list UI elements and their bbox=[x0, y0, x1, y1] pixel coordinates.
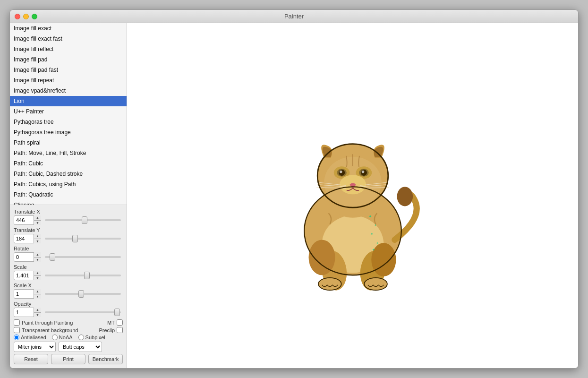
controls-panel: Translate X ▲ ▼ bbox=[10, 205, 127, 368]
transparent-bg-row: Transparent background Preclip bbox=[14, 327, 123, 333]
list-item-image-fill-exact-fast[interactable]: Image fill exact fast bbox=[10, 34, 127, 44]
translate-y-down[interactable]: ▼ bbox=[34, 239, 41, 244]
translate-x-row: ▲ ▼ bbox=[14, 215, 123, 225]
scale-down[interactable]: ▼ bbox=[34, 276, 41, 281]
main-canvas: ✦ ✦ ✦ ✦ ✦ bbox=[127, 23, 578, 368]
list-item-image-vpad-hreflect[interactable]: Image vpad&hreflect bbox=[10, 86, 127, 96]
list-item-image-fill-reflect[interactable]: Image fill reflect bbox=[10, 44, 127, 54]
list-item-pythagoras-tree-image[interactable]: Pythagoras tree image bbox=[10, 127, 127, 137]
close-button[interactable] bbox=[15, 14, 20, 19]
translate-y-track bbox=[45, 238, 121, 240]
rotate-label: Rotate bbox=[14, 246, 123, 251]
svg-point-4 bbox=[308, 240, 335, 275]
paint-through-label: Paint through Painting bbox=[22, 320, 73, 326]
subpixel-radio[interactable] bbox=[78, 335, 84, 340]
rotate-thumb[interactable] bbox=[50, 253, 55, 261]
list-item-path-quadratic[interactable]: Path: Quadratic bbox=[10, 189, 127, 200]
minimize-button[interactable] bbox=[23, 14, 29, 19]
scale-x-down[interactable]: ▼ bbox=[34, 294, 41, 299]
opacity-row: ▲ ▼ bbox=[14, 308, 123, 317]
translate-y-spinbox-wrapper: ▲ ▼ bbox=[14, 234, 41, 243]
reset-button[interactable]: Reset bbox=[14, 354, 48, 364]
translate-y-thumb[interactable] bbox=[72, 235, 78, 242]
benchmark-button[interactable]: Benchmark bbox=[88, 354, 123, 364]
joins-dropdown[interactable]: Miter joins Round joins Bevel joins bbox=[14, 342, 56, 352]
preclip-checkbox[interactable] bbox=[117, 327, 123, 333]
list-item-path-move-line[interactable]: Path: Move, Line, Fill, Stroke bbox=[10, 148, 127, 158]
caps-dropdown[interactable]: Butt caps Round caps Square caps bbox=[59, 342, 102, 352]
list-item-lion[interactable]: Lion bbox=[10, 96, 127, 106]
scale-thumb[interactable] bbox=[84, 272, 90, 279]
button-row: Reset Print Benchmark bbox=[14, 354, 123, 364]
antialiased-label: Antialiased bbox=[21, 335, 46, 340]
list-item-path-cubic[interactable]: Path: Cubic bbox=[10, 158, 127, 169]
translate-x-spin-buttons: ▲ ▼ bbox=[34, 215, 41, 225]
opacity-down[interactable]: ▼ bbox=[34, 313, 41, 318]
svg-text:✦: ✦ bbox=[368, 214, 372, 219]
window-title: Painter bbox=[284, 13, 304, 20]
translate-y-slider[interactable] bbox=[43, 234, 123, 243]
translate-x-spinbox-wrapper: ▲ ▼ bbox=[14, 215, 41, 225]
translate-x-label: Translate X bbox=[14, 209, 123, 215]
antialiased-radio[interactable] bbox=[14, 335, 19, 340]
scale-spin-buttons: ▲ ▼ bbox=[34, 271, 41, 280]
scale-spinbox-wrapper: ▲ ▼ bbox=[14, 271, 41, 280]
mt-checkbox[interactable] bbox=[117, 319, 123, 326]
scale-x-up[interactable]: ▲ bbox=[34, 289, 41, 294]
opacity-spin-buttons: ▲ ▼ bbox=[34, 308, 41, 317]
rotate-spinbox-wrapper: ▲ ▼ bbox=[14, 252, 41, 262]
translate-x-thumb[interactable] bbox=[82, 216, 87, 224]
titlebar: Painter bbox=[10, 10, 578, 23]
list-item-image-fill-repeat[interactable]: Image fill repeat bbox=[10, 75, 127, 86]
rotate-up[interactable]: ▲ bbox=[34, 252, 41, 258]
list-item-clipping[interactable]: Clipping bbox=[10, 200, 127, 205]
list-item-image-fill-pad-fast[interactable]: Image fill pad fast bbox=[10, 65, 127, 75]
maximize-button[interactable] bbox=[32, 14, 37, 19]
scale-up[interactable]: ▲ bbox=[34, 271, 41, 276]
list-item-image-fill-exact[interactable]: Image fill exact bbox=[10, 23, 127, 34]
paint-through-checkbox[interactable] bbox=[14, 319, 20, 326]
translate-x-up[interactable]: ▲ bbox=[34, 215, 41, 221]
rotate-slider[interactable] bbox=[43, 252, 123, 262]
rotate-row: ▲ ▼ bbox=[14, 252, 123, 262]
main-window: Painter Image fill exactImage fill exact… bbox=[9, 9, 579, 369]
list-item-uplus-painter[interactable]: U++ Painter bbox=[10, 106, 127, 117]
scale-x-thumb[interactable] bbox=[78, 290, 84, 298]
rotate-spin-buttons: ▲ ▼ bbox=[34, 252, 41, 262]
list-item-path-cubics-using-path[interactable]: Path: Cubics, using Path bbox=[10, 179, 127, 189]
dropdown-row: Miter joins Round joins Bevel joins Butt… bbox=[14, 342, 123, 352]
scale-slider[interactable] bbox=[43, 271, 123, 280]
rotate-down[interactable]: ▼ bbox=[34, 258, 41, 262]
opacity-thumb[interactable] bbox=[114, 309, 120, 316]
opacity-slider[interactable] bbox=[43, 308, 123, 317]
noaa-label: NoAA bbox=[59, 335, 73, 340]
translate-x-slider[interactable] bbox=[43, 215, 123, 225]
scale-row: ▲ ▼ bbox=[14, 271, 123, 280]
print-button[interactable]: Print bbox=[51, 354, 85, 364]
opacity-track bbox=[45, 311, 121, 313]
transparent-bg-checkbox[interactable] bbox=[14, 327, 20, 333]
content-area: Image fill exactImage fill exact fastIma… bbox=[10, 23, 578, 368]
opacity-spinbox-wrapper: ▲ ▼ bbox=[14, 308, 41, 317]
sidebar: Image fill exactImage fill exact fastIma… bbox=[10, 23, 127, 368]
list-item-image-fill-pad[interactable]: Image fill pad bbox=[10, 54, 127, 65]
list-item-path-spiral[interactable]: Path spiral bbox=[10, 137, 127, 148]
opacity-up[interactable]: ▲ bbox=[34, 308, 41, 313]
list-item-path-cubic-dashed[interactable]: Path: Cubic, Dashed stroke bbox=[10, 169, 127, 179]
item-list[interactable]: Image fill exactImage fill exact fastIma… bbox=[10, 23, 127, 205]
svg-text:✦: ✦ bbox=[375, 241, 378, 245]
noaa-radio[interactable] bbox=[52, 335, 58, 340]
lion-image: ✦ ✦ ✦ ✦ ✦ bbox=[263, 94, 443, 297]
list-item-pythagoras-tree[interactable]: Pythagoras tree bbox=[10, 117, 127, 127]
scale-x-row: ▲ ▼ bbox=[14, 289, 123, 299]
svg-text:✦: ✦ bbox=[370, 232, 374, 236]
svg-text:✦: ✦ bbox=[374, 223, 376, 227]
scale-x-slider[interactable] bbox=[43, 289, 123, 299]
translate-x-down[interactable]: ▼ bbox=[34, 221, 41, 225]
translate-x-track bbox=[45, 219, 121, 221]
aa-radio-row: Antialiased NoAA Subpixel bbox=[14, 335, 123, 340]
rotate-track bbox=[45, 256, 121, 258]
traffic-lights bbox=[15, 14, 37, 19]
scale-x-label: Scale X bbox=[14, 283, 123, 288]
translate-y-up[interactable]: ▲ bbox=[34, 234, 41, 239]
